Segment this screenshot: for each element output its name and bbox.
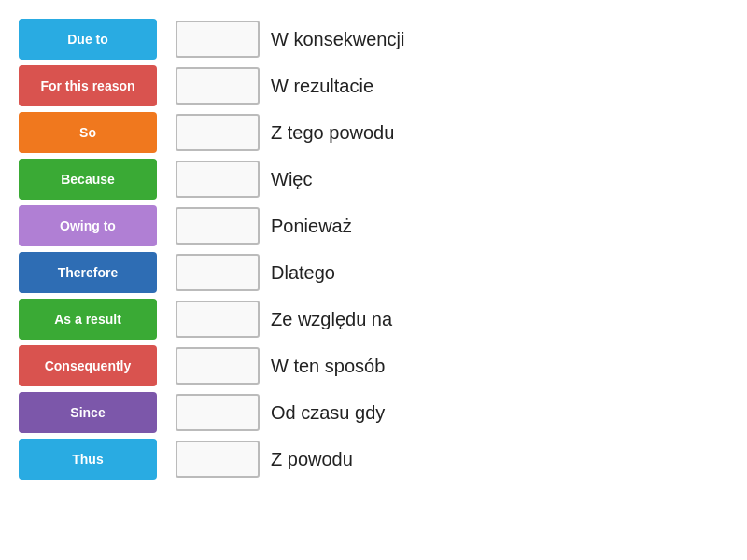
btn-for-this[interactable]: For this reason (19, 65, 157, 106)
match-9-drop-box[interactable] (176, 394, 260, 431)
match-2-drop-box[interactable] (176, 67, 260, 105)
match-8-label: W ten sposób (271, 356, 385, 377)
match-10-drop-box[interactable] (176, 441, 260, 478)
match-3-row: Z tego powodu (176, 112, 728, 153)
btn-therefore[interactable]: Therefore (19, 252, 157, 293)
match-5-label: Ponieważ (271, 216, 352, 237)
btn-owing-to[interactable]: Owing to (19, 205, 157, 246)
btn-so[interactable]: So (19, 112, 157, 153)
buttons-column: Due toFor this reasonSoBecauseOwing toTh… (19, 19, 157, 480)
btn-as-a-result[interactable]: As a result (19, 299, 157, 340)
match-6-drop-box[interactable] (176, 254, 260, 291)
btn-because[interactable]: Because (19, 159, 157, 200)
match-6-label: Dlatego (271, 262, 335, 284)
match-4-label: Więc (271, 169, 312, 190)
match-2-row: W rezultacie (176, 65, 728, 106)
btn-thus[interactable]: Thus (19, 439, 157, 480)
match-10-row: Z powodu (176, 439, 728, 480)
match-7-drop-box[interactable] (176, 301, 260, 338)
match-8-row: W ten sposób (176, 345, 728, 386)
match-1-label: W konsekwencji (271, 29, 404, 50)
btn-due-to[interactable]: Due to (19, 19, 157, 60)
match-4-row: Więc (176, 159, 728, 200)
match-2-label: W rezultacie (271, 76, 374, 97)
btn-consequently[interactable]: Consequently (19, 345, 157, 386)
match-1-drop-box[interactable] (176, 21, 260, 58)
match-5-drop-box[interactable] (176, 207, 260, 245)
match-3-label: Z tego powodu (271, 122, 394, 144)
match-10-label: Z powodu (271, 449, 353, 470)
main-container: Due toFor this reasonSoBecauseOwing toTh… (19, 19, 728, 480)
match-3-drop-box[interactable] (176, 114, 260, 151)
matches-column: W konsekwencjiW rezultacieZ tego powoduW… (176, 19, 728, 480)
match-9-label: Od czasu gdy (271, 402, 385, 424)
match-4-drop-box[interactable] (176, 161, 260, 198)
match-7-row: Ze względu na (176, 299, 728, 340)
match-6-row: Dlatego (176, 252, 728, 293)
match-9-row: Od czasu gdy (176, 392, 728, 433)
match-5-row: Ponieważ (176, 205, 728, 246)
match-1-row: W konsekwencji (176, 19, 728, 60)
match-8-drop-box[interactable] (176, 347, 260, 385)
match-7-label: Ze względu na (271, 309, 392, 330)
btn-since[interactable]: Since (19, 392, 157, 433)
